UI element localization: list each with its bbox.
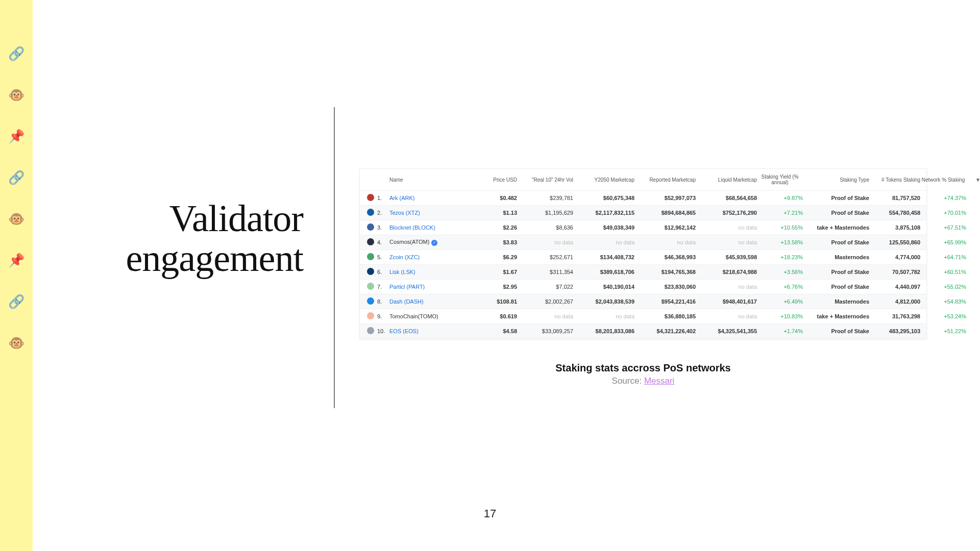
- edge-decor-icon: 🔗: [8, 170, 24, 186]
- table-row: 2.Tezos (XTZ)$1.13$1,195,629$2,117,832,1…: [360, 205, 926, 220]
- liquid-cell: $752,176,290: [696, 210, 757, 216]
- edge-decor-icon: 📌: [8, 253, 24, 268]
- row-rank: 8.: [377, 298, 389, 305]
- price-cell: $0.619: [471, 313, 517, 319]
- asset-logo: [364, 238, 377, 246]
- caption-source-link[interactable]: Messari: [644, 376, 675, 386]
- asset-name[interactable]: Blocknet (BLOCK): [389, 224, 471, 231]
- asset-name[interactable]: Dash (DASH): [389, 298, 471, 305]
- tokens-cell: 4,812,000: [869, 298, 920, 305]
- edge-decor-icon: 🔗: [8, 294, 24, 310]
- col-tokens: # Tokens Staking: [869, 177, 920, 183]
- asset-link[interactable]: Tezos (XTZ): [389, 210, 420, 216]
- type-cell: Proof of Stake: [803, 239, 869, 245]
- type-cell: Masternodes: [803, 254, 869, 260]
- reported-cell: $894,684,865: [634, 210, 696, 216]
- y2050-cell: $134,408,732: [573, 254, 634, 260]
- yield-cell: +18.23%: [757, 254, 803, 260]
- reported-cell: $194,765,368: [634, 269, 696, 275]
- reported-cell: $36,880,185: [634, 313, 696, 319]
- asset-link[interactable]: Particl (PART): [389, 284, 425, 290]
- liquid-cell: $218,674,988: [696, 269, 757, 275]
- col-type: Staking Type: [803, 177, 869, 183]
- liquid-cell: no data: [696, 224, 757, 231]
- asset-name[interactable]: Tezos (XTZ): [389, 210, 471, 216]
- vol-cell: $8,636: [517, 224, 573, 231]
- vol-cell: $33,089,257: [517, 328, 573, 334]
- asset-link[interactable]: Ark (ARK): [389, 195, 415, 201]
- asset-name[interactable]: EOS (EOS): [389, 328, 471, 334]
- table-row: 3.Blocknet (BLOCK)$2.26$8,636$49,038,349…: [360, 220, 926, 235]
- left-edge-strip: 🔗🐵📌🔗🐵📌🔗🐵: [0, 0, 33, 551]
- asset-name[interactable]: Particl (PART): [389, 284, 471, 290]
- tokens-cell: 4,440,097: [869, 284, 920, 290]
- table-row: 8.Dash (DASH)$108.81$2,002,267$2,043,838…: [360, 294, 926, 309]
- asset-logo: [364, 223, 377, 232]
- price-cell: $1.13: [471, 210, 517, 216]
- asset-logo: [364, 327, 377, 335]
- reported-cell: $52,997,073: [634, 195, 696, 201]
- network-pct-cell: +65.99%: [920, 239, 966, 245]
- row-rank: 7.: [377, 284, 389, 290]
- liquid-cell: $4,325,541,355: [696, 328, 757, 334]
- col-yield: Staking Yield (% annual): [757, 174, 803, 185]
- network-pct-cell: +55.02%: [920, 284, 966, 290]
- y2050-cell: $8,201,833,086: [573, 328, 634, 334]
- col-liquid: Liquid Marketcap: [696, 177, 757, 183]
- network-pct-cell: +53.24%: [920, 313, 966, 319]
- asset-name[interactable]: Lisk (LSK): [389, 269, 471, 275]
- table-header-row: Name Price USD "Real 10" 24hr Vol Y2050 …: [360, 169, 926, 190]
- price-cell: $0.482: [471, 195, 517, 201]
- type-cell: take + Masternodes: [803, 224, 869, 231]
- tokens-cell: 31,763,298: [869, 313, 920, 319]
- sort-caret-icon[interactable]: ▼: [966, 177, 980, 183]
- y2050-cell: no data: [573, 239, 634, 245]
- row-rank: 2.: [377, 210, 389, 216]
- liquid-cell: no data: [696, 239, 757, 245]
- asset-name[interactable]: Zcoin (XZC): [389, 254, 471, 260]
- tokens-cell: 3,875,108: [869, 224, 920, 231]
- asset-link[interactable]: Lisk (LSK): [389, 269, 415, 275]
- asset-link[interactable]: Zcoin (XZC): [389, 254, 420, 260]
- type-cell: take + Masternodes: [803, 313, 869, 319]
- table-row: 6.Lisk (LSK)$1.67$311,354$389,618,706$19…: [360, 264, 926, 279]
- reported-cell: $12,962,142: [634, 224, 696, 231]
- price-cell: $2.26: [471, 224, 517, 231]
- tokens-cell: 81,757,520: [869, 195, 920, 201]
- y2050-cell: $40,190,014: [573, 284, 634, 290]
- asset-link[interactable]: Dash (DASH): [389, 298, 424, 305]
- asset-logo: [364, 209, 377, 217]
- caption-source-prefix: Source:: [612, 376, 644, 386]
- table-body: 1.Ark (ARK)$0.482$239,781$60,675,348$52,…: [360, 190, 926, 338]
- yield-cell: +6.76%: [757, 284, 803, 290]
- type-cell: Proof of Stake: [803, 195, 869, 201]
- tokens-cell: 4,774,000: [869, 254, 920, 260]
- edge-decor-icon: 🐵: [8, 211, 24, 227]
- reported-cell: $954,221,416: [634, 298, 696, 305]
- asset-link[interactable]: EOS (EOS): [389, 328, 419, 334]
- staking-table: Name Price USD "Real 10" 24hr Vol Y2050 …: [359, 168, 927, 339]
- type-cell: Proof of Stake: [803, 328, 869, 334]
- network-pct-cell: +70.01%: [920, 210, 966, 216]
- vol-cell: $239,781: [517, 195, 573, 201]
- vol-cell: $252,671: [517, 254, 573, 260]
- vol-cell: $1,195,629: [517, 210, 573, 216]
- liquid-cell: $45,939,598: [696, 254, 757, 260]
- liquid-cell: no data: [696, 313, 757, 319]
- table-row: 10.EOS (EOS)$4.58$33,089,257$8,201,833,0…: [360, 323, 926, 338]
- asset-logo: [364, 312, 377, 320]
- row-rank: 3.: [377, 224, 389, 231]
- table-row: 7.Particl (PART)$2.95$7,022$40,190,014$2…: [360, 279, 926, 294]
- col-network-pct: Network % Staking: [920, 177, 966, 183]
- price-cell: $3.83: [471, 239, 517, 245]
- y2050-cell: $60,675,348: [573, 195, 634, 201]
- network-pct-cell: +51.22%: [920, 328, 966, 334]
- y2050-cell: $389,618,706: [573, 269, 634, 275]
- asset-link[interactable]: Blocknet (BLOCK): [389, 224, 435, 231]
- asset-name: Cosmos(ATOM)✓: [389, 239, 471, 246]
- yield-cell: +1.74%: [757, 328, 803, 334]
- col-price: Price USD: [471, 177, 517, 183]
- col-vol: "Real 10" 24hr Vol: [517, 177, 573, 183]
- asset-name[interactable]: Ark (ARK): [389, 195, 471, 201]
- yield-cell: +6.49%: [757, 298, 803, 305]
